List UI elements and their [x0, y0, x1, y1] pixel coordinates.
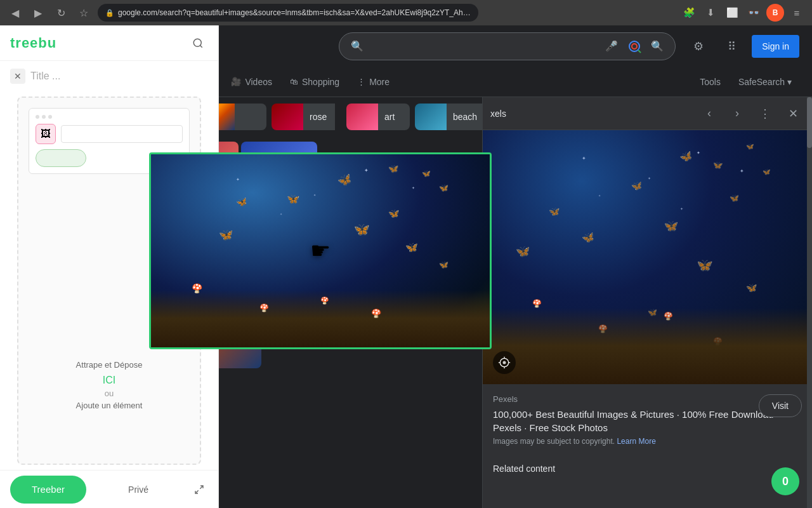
filter-chip-art[interactable]: art: [346, 104, 410, 130]
right-panel-copyright: Images may be subject to copyright. Lear…: [493, 437, 802, 446]
right-panel-info: Pexels 100,000+ Best Beautiful Images & …: [483, 384, 812, 456]
address-bar[interactable]: 🔒 google.com/search?q=beautiful+images&s…: [98, 4, 478, 22]
google-mic-icon[interactable]: 🎤: [604, 39, 619, 54]
right-panel-more-button[interactable]: ⋮: [754, 102, 776, 125]
right-panel-source: Pexels: [493, 394, 802, 404]
right-panel-close-button[interactable]: ✕: [782, 102, 804, 125]
main-area: 🔍 🎤 🔍 ⚙ ⠿ Sign in: [0, 25, 812, 508]
svg-line-2: [638, 50, 641, 53]
back-button[interactable]: ◀: [6, 4, 24, 22]
filter-chip-generic4-label: [235, 104, 266, 130]
dot-3: [48, 115, 52, 119]
svg-point-4: [503, 361, 506, 364]
treebu-button-mock: [36, 149, 86, 167]
shopping-tab-label: Shopping: [302, 77, 339, 87]
butterfly-image-canvas: 🦋 🦋 🦋 🦋 🦋 🦋 🦋 🦋 🦋 🦋 🦋 🦋 🦋 🍄 🍄: [483, 130, 812, 384]
google-header-right: ⚙ ⠿ Sign in: [686, 34, 799, 59]
dot-2: [42, 115, 46, 119]
treebu-footer: Treeber Privé: [0, 470, 218, 508]
svg-point-1: [632, 44, 637, 49]
badge-count: 0: [782, 475, 789, 488]
google-settings-button[interactable]: ⚙: [686, 34, 711, 59]
svg-line-10: [200, 486, 203, 489]
address-text: google.com/search?q=beautiful+images&sou…: [118, 8, 471, 17]
right-panel-prev-button[interactable]: ‹: [698, 102, 721, 125]
svg-point-9: [193, 39, 201, 46]
download-button[interactable]: ⬇: [702, 4, 719, 22]
videos-tab-label: Videos: [245, 77, 272, 87]
puzzle-extension-button[interactable]: 🧩: [680, 4, 698, 22]
reload-button[interactable]: ↻: [52, 4, 70, 22]
scrollbar-thumb[interactable]: [807, 97, 812, 148]
treebu-mini-row-1: 🖼: [36, 124, 183, 144]
learn-more-link[interactable]: Learn More: [617, 437, 655, 446]
treebu-header: treebu: [0, 25, 218, 61]
treebu-search-button[interactable]: [188, 33, 208, 53]
filter-chip-rose-label: rose: [303, 104, 335, 130]
scrollbar-track[interactable]: [807, 97, 812, 508]
right-panel-header: xels ‹ › ⋮ ✕: [483, 97, 812, 130]
right-panel-related-title: Related content: [483, 456, 812, 479]
videos-tab-icon: 🎥: [231, 77, 241, 86]
filter-chip-art-label: art: [378, 104, 410, 130]
safesearch-label: SafeSearch ▾: [738, 77, 792, 87]
svg-point-0: [629, 41, 639, 51]
treebu-logo: treebu: [10, 35, 56, 51]
right-panel-description: 100,000+ Best Beautiful Images & Picture…: [493, 408, 802, 434]
right-panel-source-title: xels: [490, 109, 693, 119]
drag-image-overlay[interactable]: 🦋 🦋 🦋 🦋 🦋 🦋 🦋 🦋 🦋 🦋 🦋 🍄 🍄 🍄 🍄 ✦ ✦: [149, 152, 492, 349]
tab-videos[interactable]: 🎥 Videos: [223, 69, 280, 95]
drag-cursor: ☛: [310, 237, 331, 264]
treebu-title-row: ✕ Title ...: [0, 61, 218, 91]
badge-circle[interactable]: 0: [771, 467, 799, 495]
dot-1: [36, 115, 39, 119]
treebu-close-button[interactable]: ✕: [10, 69, 25, 84]
safesearch-button[interactable]: SafeSearch ▾: [731, 70, 799, 93]
right-panel-next-button[interactable]: ›: [726, 102, 749, 125]
right-panel-image: 🦋 🦋 🦋 🦋 🦋 🦋 🦋 🦋 🦋 🦋 🦋 🦋 🦋 🍄 🍄: [483, 130, 812, 384]
browser-chrome: ◀ ▶ ↻ ☆ 🔒 google.com/search?q=beautiful+…: [0, 0, 812, 25]
treebu-or: ou: [105, 389, 114, 398]
treebu-title: Title ...: [25, 70, 208, 82]
treebu-add-element[interactable]: Ajoute un élément: [76, 401, 143, 410]
glasses-button[interactable]: 👓: [745, 4, 763, 22]
google-lens-scan-icon[interactable]: [493, 351, 516, 374]
right-panel-visit-button[interactable]: Visit: [759, 394, 802, 417]
more-tab-label: More: [369, 77, 390, 87]
treebu-input-mock[interactable]: [61, 125, 183, 143]
google-search-icon: 🔍: [350, 39, 365, 54]
treebu-image-icon: 🖼: [36, 124, 56, 144]
right-panel: xels ‹ › ⋮ ✕ 🦋 🦋 🦋 🦋 🦋 🦋 🦋 🦋 🦋: [482, 97, 812, 508]
ground-element: [483, 308, 812, 384]
tab-more[interactable]: ⋮ More: [350, 69, 397, 95]
fullscreen-button[interactable]: [190, 481, 208, 498]
lock-icon: 🔒: [105, 9, 114, 17]
google-signin-button[interactable]: Sign in: [752, 35, 799, 58]
google-apps-button[interactable]: ⠿: [719, 34, 744, 59]
forward-button[interactable]: ▶: [29, 4, 47, 22]
menu-button[interactable]: ≡: [788, 4, 806, 22]
treebu-drop-link[interactable]: ICI: [103, 375, 115, 386]
google-search-bar[interactable]: 🔍 🎤 🔍: [339, 32, 676, 60]
bookmark-button[interactable]: ☆: [75, 4, 93, 22]
extension-area: 🧩 ⬇ ⬜ 👓 B ≡: [680, 4, 806, 22]
shopping-tab-icon: 🛍: [290, 77, 298, 86]
prive-button[interactable]: Privé: [128, 485, 148, 495]
copyright-text: Images may be subject to copyright.: [493, 437, 615, 446]
filter-chip-beach[interactable]: beach: [415, 104, 491, 130]
google-lens-icon[interactable]: [627, 39, 642, 54]
tools-button[interactable]: Tools: [692, 70, 728, 93]
google-search-submit-icon[interactable]: 🔍: [650, 39, 665, 54]
svg-line-11: [195, 490, 199, 493]
more-tab-icon: ⋮: [357, 77, 365, 86]
filter-chip-beach-label: beach: [447, 104, 483, 130]
treeber-button[interactable]: Treeber: [10, 476, 86, 504]
treebu-mini-dots: [36, 115, 183, 119]
window-button[interactable]: ⬜: [723, 4, 741, 22]
filter-chip-rose[interactable]: rose: [272, 104, 341, 130]
tab-shopping[interactable]: 🛍 Shopping: [282, 69, 347, 95]
brave-icon: B: [766, 4, 784, 22]
treebu-drop-main: Attrape et Dépose: [76, 358, 143, 372]
